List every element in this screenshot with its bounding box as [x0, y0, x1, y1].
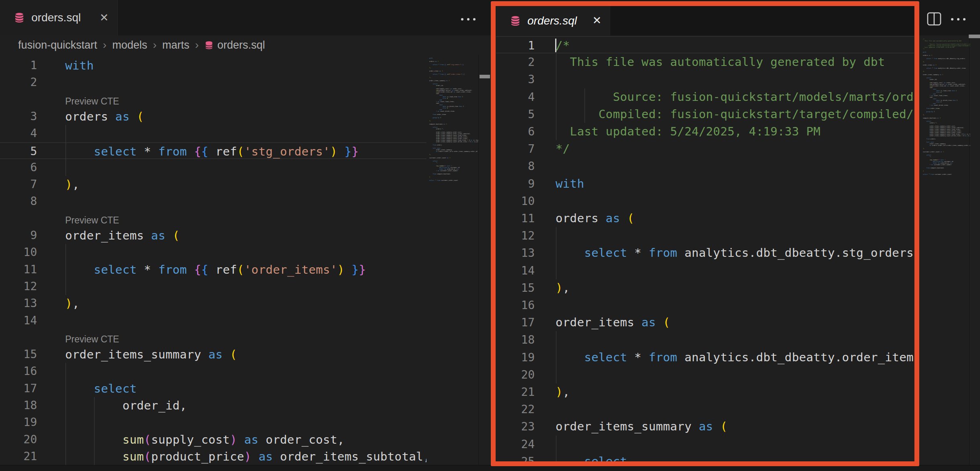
line-number: 11	[0, 261, 37, 278]
breadcrumb: fusion-quickstart › models › marts › ord…	[0, 35, 492, 55]
code-line[interactable]: 3orders as (	[0, 108, 426, 125]
code-line[interactable]: 1with	[0, 57, 426, 74]
code-line[interactable]: 20 sum(supply_cost) as order_cost,	[0, 431, 426, 448]
line-number: 20	[496, 366, 535, 383]
code-line[interactable]: 8	[496, 158, 914, 175]
indent-guide	[556, 436, 556, 462]
breadcrumb-item-models[interactable]: models	[112, 39, 147, 51]
code-line[interactable]: 7*/	[496, 140, 914, 158]
codelens-preview-cte[interactable]: Preview CTE	[0, 329, 426, 346]
code-line[interactable]: 10	[496, 192, 914, 210]
code-line[interactable]: 3	[496, 71, 914, 88]
code-text: order_items_summary as (	[65, 346, 237, 363]
code-line[interactable]: 22	[496, 401, 914, 418]
code-line[interactable]: 1/*	[496, 36, 914, 53]
code-line[interactable]: 23order_items_summary as (	[496, 418, 914, 435]
code-text: ),	[556, 383, 570, 401]
code-text: order_items_summary as (	[556, 418, 727, 435]
code-line[interactable]: 4	[0, 125, 426, 142]
code-line[interactable]: 7),	[0, 176, 426, 193]
breadcrumb-separator: ›	[195, 39, 199, 51]
close-icon[interactable]: ✕	[592, 15, 601, 26]
code-text: /*	[556, 37, 570, 53]
breadcrumb-separator: ›	[103, 39, 107, 51]
code-line[interactable]: 21),	[496, 383, 914, 401]
code-line[interactable]: 17 select	[0, 380, 426, 397]
indent-guide	[556, 227, 556, 279]
code-line[interactable]: 12	[496, 227, 914, 244]
minimap[interactable]: /* This file was automatically generated…	[923, 39, 970, 183]
scrollbar-divider	[478, 55, 479, 465]
code-line[interactable]: 17order_items as (	[496, 314, 914, 331]
code-text: select	[65, 380, 137, 397]
line-number: 20	[0, 431, 37, 448]
more-actions-icon[interactable]	[461, 12, 476, 27]
code-line[interactable]: 24	[496, 436, 914, 453]
line-number: 5	[496, 106, 535, 123]
line-number: 19	[496, 349, 535, 366]
code-line[interactable]: 14	[496, 262, 914, 279]
code-line[interactable]: 5 select * from {{ ref('stg_orders') }}	[0, 142, 426, 159]
code-line[interactable]: 21 sum(product_price) as order_items_sub…	[0, 448, 426, 465]
code-line[interactable]: 9order_items as (	[0, 227, 426, 244]
tab-orders-sql-preview[interactable]: orders.sql ✕	[496, 6, 610, 35]
codelens-preview-cte[interactable]: Preview CTE	[0, 210, 426, 227]
line-number: 7	[496, 140, 535, 158]
code-text: select * from {{ ref('stg_orders') }}	[65, 143, 359, 158]
code-line[interactable]: 4 Source: fusion-quickstart/models/marts…	[496, 88, 914, 106]
minimap[interactable]: withorders as ( select * from {{ ref('st…	[429, 57, 479, 186]
code-line[interactable]: 14	[0, 312, 426, 329]
line-number: 21	[496, 383, 535, 401]
code-line[interactable]: 2	[0, 74, 426, 91]
code-line[interactable]: 5 Compiled: fusion-quickstart/target/com…	[496, 106, 914, 123]
code-line[interactable]: 2 This file was automatically generated …	[496, 53, 914, 71]
code-text: ),	[65, 295, 80, 312]
code-line[interactable]: 13 select * from analytics.dbt_dbeatty.s…	[496, 244, 914, 262]
code-text: select	[556, 453, 627, 462]
code-line[interactable]: 15order_items_summary as (	[0, 346, 426, 363]
code-line[interactable]: 10	[0, 244, 426, 261]
code-line[interactable]: 8	[0, 193, 426, 210]
breadcrumb-item-project[interactable]: fusion-quickstart	[18, 39, 97, 51]
breadcrumb-item-marts[interactable]: marts	[162, 39, 189, 51]
breadcrumb-item-file[interactable]: orders.sql	[217, 39, 265, 51]
code-line[interactable]: 11orders as (	[496, 210, 914, 227]
code-text: select * from analytics.dbt_dbeatty.stg_…	[556, 244, 914, 262]
line-number: 14	[496, 262, 535, 279]
code-line[interactable]: 6 Last updated: 5/24/2025, 4:19:33 PM	[496, 123, 914, 140]
code-line[interactable]: 18 order_id,	[0, 397, 426, 414]
code-line[interactable]: 11 select * from {{ ref('order_items') }…	[0, 261, 426, 278]
line-number: 18	[496, 331, 535, 348]
code-line[interactable]: 25 select	[496, 453, 914, 462]
code-line[interactable]: 19 select * from analytics.dbt_dbeatty.o…	[496, 349, 914, 366]
tab-orders-sql-left[interactable]: orders.sql ✕	[0, 0, 118, 35]
code-text: */	[556, 140, 570, 158]
split-editor-icon[interactable]	[926, 11, 942, 27]
code-line[interactable]: 18	[496, 331, 914, 348]
code-line[interactable]: 12	[0, 278, 426, 295]
code-line[interactable]: 9with	[496, 175, 914, 192]
line-number: 16	[496, 297, 535, 314]
code-line[interactable]: 20	[496, 366, 914, 383]
code-text: Source: fusion-quickstart/models/marts/o…	[556, 88, 914, 106]
code-line[interactable]: 6	[0, 159, 426, 176]
codelens-preview-cte[interactable]: Preview CTE	[0, 91, 426, 108]
code-line[interactable]: 13),	[0, 295, 426, 312]
code-editor-compiled[interactable]: 1/*2 This file was automatically generat…	[496, 35, 914, 462]
line-number: 16	[0, 363, 37, 380]
indent-guide	[66, 244, 66, 295]
code-line[interactable]: 15),	[496, 279, 914, 297]
code-line[interactable]: 19	[0, 414, 426, 431]
code-editor-source[interactable]: 1with2Preview CTE3orders as (45 select *…	[0, 55, 426, 465]
line-number: 1	[496, 37, 535, 53]
code-text: This file was automatically generated by…	[556, 53, 885, 71]
more-actions-icon[interactable]	[951, 12, 966, 27]
code-line[interactable]: 16	[496, 297, 914, 314]
line-number: 1	[0, 57, 37, 74]
close-icon[interactable]: ✕	[99, 12, 109, 23]
code-line[interactable]: 16	[0, 363, 426, 380]
line-number: 23	[496, 418, 535, 435]
tab-title: orders.sql	[527, 14, 577, 27]
indent-guide	[66, 125, 66, 176]
line-number: 17	[496, 314, 535, 331]
